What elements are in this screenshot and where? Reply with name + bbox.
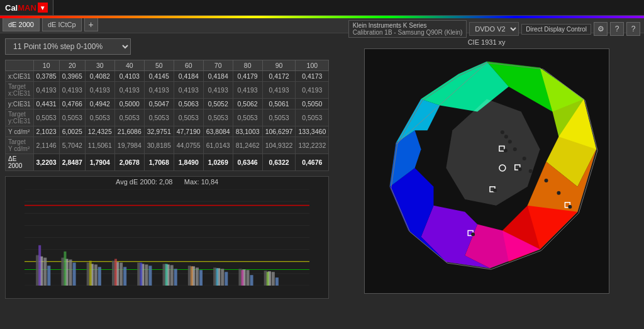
col-header-40: 40 — [114, 60, 144, 71]
settings-button[interactable]: ⚙ — [594, 22, 608, 36]
svg-rect-30 — [145, 264, 148, 286]
table-cell: 2,1023 — [33, 126, 59, 137]
svg-point-98 — [518, 167, 521, 171]
table-cell: 0,3785 — [33, 71, 59, 82]
row-label: Target y:CIE31 — [6, 109, 34, 126]
tab-de-ictcp[interactable]: dE ICtCp — [42, 18, 82, 31]
table-header-row: 10 20 30 40 50 60 70 80 90 100 — [6, 60, 329, 71]
table-cell: 0,4193 — [262, 82, 296, 99]
table-cell: 0,5053 — [262, 109, 296, 126]
table-row: Target Y cd/m²2,11465,704211,506119,7984… — [6, 137, 329, 154]
table-cell: 0,5062 — [233, 99, 262, 109]
svg-rect-58 — [191, 266, 193, 286]
table-cell: 0,4173 — [296, 71, 329, 82]
table-cell: 0,5053 — [296, 109, 329, 126]
table-cell: 63,8084 — [203, 126, 233, 137]
table-cell: 0,4193 — [33, 82, 59, 99]
row-label: ΔE 2000 — [6, 154, 34, 171]
svg-point-111 — [504, 135, 508, 138]
table-cell: 0,4082 — [85, 71, 114, 82]
help-button[interactable]: ? — [610, 22, 624, 36]
source-device-cal: Calibration 1B - Samsung Q90R (Klein) — [353, 29, 463, 36]
table-cell: 0,4193 — [174, 82, 203, 99]
table-cell: 12,4325 — [85, 126, 114, 137]
app-logo: CalMAN — [5, 3, 36, 13]
table-cell: 0,5053 — [33, 109, 59, 126]
chart-max-label: Max: 10,84 — [184, 178, 218, 186]
svg-rect-27 — [123, 267, 126, 286]
table-cell: 132,2232 — [296, 137, 329, 154]
table-cell: 0,4676 — [296, 154, 329, 171]
row-label: x:CIE31 — [6, 71, 34, 82]
col-header-10: 10 — [33, 60, 59, 71]
table-cell: 0,3965 — [59, 71, 85, 82]
table-cell: 0,4766 — [59, 99, 85, 109]
svg-point-110 — [508, 140, 511, 143]
display-device-selector[interactable]: Direct Display Control — [521, 24, 591, 35]
col-header-100: 100 — [296, 60, 329, 71]
table-cell: 0,5047 — [144, 99, 174, 109]
col-header-50: 50 — [144, 60, 174, 71]
col-header-20: 20 — [59, 60, 85, 71]
logo-menu-button[interactable]: ▼ — [38, 3, 48, 13]
col-header-60: 60 — [174, 60, 203, 71]
table-cell: 0,5053 — [114, 109, 144, 126]
cie-chart — [364, 48, 609, 294]
svg-point-104 — [568, 205, 572, 209]
svg-point-96 — [503, 148, 507, 152]
table-cell: 0,4193 — [85, 82, 114, 99]
svg-rect-59 — [216, 268, 218, 286]
table-cell: 11,5061 — [85, 137, 114, 154]
table-cell: 32,9751 — [144, 126, 174, 137]
svg-point-106 — [557, 191, 560, 195]
svg-rect-42 — [221, 269, 224, 286]
extra-button[interactable]: ? — [626, 22, 640, 36]
table-row: Y cd/m²2,10236,002512,432521,608632,9751… — [6, 126, 329, 137]
svg-rect-43 — [225, 272, 228, 286]
row-label: Target x:CIE31 — [6, 82, 34, 99]
add-tab-button[interactable]: + — [84, 18, 98, 31]
table-cell: 0,4103 — [114, 71, 144, 82]
svg-point-108 — [522, 157, 526, 160]
table-cell: 44,0755 — [174, 137, 203, 154]
col-header-80: 80 — [233, 60, 262, 71]
svg-rect-26 — [119, 262, 123, 286]
step-dropdown-row: 11 Point 10% step 0-100% — [5, 38, 329, 55]
table-cell: 81,2462 — [233, 137, 262, 154]
table-cell: 0,4431 — [33, 99, 59, 109]
svg-rect-52 — [38, 245, 41, 286]
table-cell: 0,4193 — [114, 82, 144, 99]
svg-rect-15 — [47, 265, 50, 286]
table-cell: 0,4145 — [144, 71, 174, 82]
table-cell: 106,6297 — [262, 126, 296, 137]
table-body: x:CIE310,37850,39650,40820,41030,41450,4… — [6, 71, 329, 171]
table-cell: 1,0269 — [203, 154, 233, 171]
table-row: ΔE 20003,22032,84871,79042,06781,70681,8… — [6, 154, 329, 171]
svg-rect-18 — [69, 260, 72, 286]
tab-de2000[interactable]: dE 2000 — [3, 18, 40, 31]
table-cell: 104,9322 — [262, 137, 296, 154]
step-select[interactable]: 11 Point 10% step 0-100% — [5, 38, 131, 55]
table-cell: 0,4184 — [174, 71, 203, 82]
generator-select[interactable]: DVDO V2 — [469, 22, 519, 36]
table-row: x:CIE310,37850,39650,40820,41030,41450,4… — [6, 71, 329, 82]
svg-point-112 — [500, 130, 504, 134]
table-cell: 0,5053 — [174, 109, 203, 126]
source-device-selector[interactable]: Klein Instruments K Series Calibration 1… — [348, 20, 467, 38]
logo-cal: Cal — [5, 3, 18, 13]
table-cell: 61,0143 — [203, 137, 233, 154]
svg-point-100 — [493, 189, 497, 192]
table-cell: 1,7068 — [144, 154, 174, 171]
table-cell: 30,8185 — [144, 137, 174, 154]
table-cell: 2,1146 — [33, 137, 59, 154]
table-cell: 0,4193 — [203, 82, 233, 99]
table-cell: 21,6086 — [114, 126, 144, 137]
svg-rect-46 — [247, 270, 250, 286]
col-header-90: 90 — [262, 60, 296, 71]
svg-rect-57 — [165, 264, 168, 286]
svg-point-109 — [513, 147, 516, 151]
table-cell: 0,4193 — [296, 82, 329, 99]
svg-rect-53 — [64, 252, 66, 286]
table-cell: 0,5061 — [262, 99, 296, 109]
table-cell: 133,3460 — [296, 126, 329, 137]
